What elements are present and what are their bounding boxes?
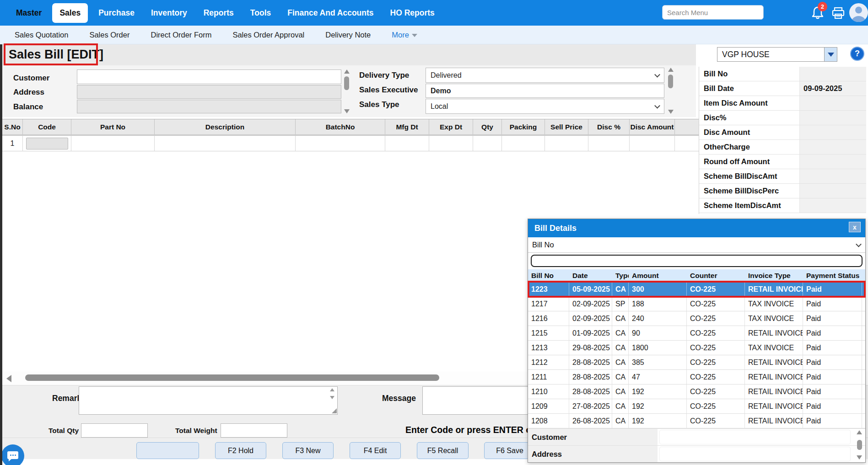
grid-col-disc-amount: Disc Amount <box>630 119 675 134</box>
grid-col-description: Description <box>155 119 296 134</box>
help-button[interactable]: ? <box>850 47 864 61</box>
item-grid-row: 1 <box>2 136 699 151</box>
summary-row-disc: Disc% <box>699 111 866 125</box>
button-f4-edit[interactable]: F4 Edit <box>350 442 401 459</box>
bill-details-popup: Bill Details x Bill No Bill NoDateTypeAm… <box>528 219 866 463</box>
topnav-item-inventory[interactable]: Inventory <box>145 4 193 22</box>
grid-row-cell <box>675 136 699 151</box>
total-qty-input[interactable] <box>81 423 148 438</box>
close-button[interactable]: x <box>849 222 861 232</box>
scroll-thumb[interactable] <box>25 374 439 381</box>
bill-cell: Paid <box>803 414 862 428</box>
topnav-item-purchase[interactable]: Purchase <box>92 4 140 22</box>
bill-cell: 1209 <box>528 399 569 413</box>
popup-filter-select[interactable]: Bill No <box>528 237 865 253</box>
subnav-item-sales-order[interactable]: Sales Order <box>89 31 129 39</box>
bill-row-1212[interactable]: 121228-08-2025CA385CO-225RETAIL INVOICEP… <box>528 355 865 370</box>
topnav-item-sales[interactable]: Sales <box>52 3 88 23</box>
resize-handle-icon[interactable] <box>332 408 337 413</box>
bill-cell: 28-08-2025 <box>569 355 612 369</box>
subnav-items: Sales QuotationSales OrderDirect Order F… <box>15 31 371 39</box>
grid-col-code: Code <box>23 119 71 134</box>
topnav-item-reports[interactable]: Reports <box>198 4 240 22</box>
user-avatar[interactable] <box>849 3 868 22</box>
bill-cell: 01-09-2025 <box>569 326 612 340</box>
popup-address-field[interactable] <box>659 447 851 461</box>
bill-row-1223-selected[interactable]: 122305-09-2025CA300CO-225RETAIL INVOICEP… <box>528 282 865 297</box>
subnav-item-delivery-note[interactable]: Delivery Note <box>325 31 371 39</box>
grid-col-mfg-dt: Mfg Dt <box>385 119 429 134</box>
bill-cell: TAX INVOICE <box>745 297 803 311</box>
remarks-scroll-arrows[interactable] <box>330 388 334 399</box>
button-f2-hold[interactable]: F2 Hold <box>215 442 266 459</box>
popup-filter-value: Bill No <box>532 241 554 249</box>
popup-customer-field[interactable] <box>659 430 851 444</box>
topnav-item-finance-and-accounts[interactable]: Finance And Accounts <box>281 4 379 22</box>
bill-cell: RETAIL INVOICE <box>745 414 803 428</box>
summary-label: Scheme BillDiscAmt <box>699 169 799 183</box>
scroll-up-icon <box>668 68 674 72</box>
total-qty-label: Total Qty <box>49 427 79 435</box>
store-selector-arrow[interactable] <box>824 48 837 61</box>
item-grid: S.NoCodePart NoDescriptionBatchNoMfg DtE… <box>2 119 699 153</box>
bill-row-1210[interactable]: 121028-08-2025CA192CO-225RETAIL INVOICEP… <box>528 385 865 399</box>
scroll-down-icon <box>344 109 350 113</box>
delivery-type-select[interactable]: Delivered <box>426 68 664 83</box>
summary-row-othercharge: OtherCharge <box>699 140 866 155</box>
grid-col-packing: Packing <box>502 119 545 134</box>
subnav-item-sales-order-approval[interactable]: Sales Order Approval <box>232 31 304 39</box>
bill-cell: CA <box>612 282 629 296</box>
popup-header[interactable]: Bill Details x <box>528 219 865 237</box>
bill-row-1209[interactable]: 120927-08-2025CA192CO-225RETAIL INVOICEP… <box>528 399 865 414</box>
customer-field[interactable] <box>77 69 341 84</box>
store-selector[interactable]: VGP HOUSE <box>717 47 837 62</box>
remarks-input[interactable] <box>79 386 338 415</box>
total-weight-input[interactable] <box>221 423 287 438</box>
button-f3-new[interactable]: F3 New <box>282 442 334 459</box>
bill-row-1215[interactable]: 121501-09-2025CA90CO-225RETAIL INVOICEPa… <box>528 326 865 341</box>
bill-cell: 1213 <box>528 341 569 355</box>
subnav-item-direct-order-form[interactable]: Direct Order Form <box>151 31 211 39</box>
topnav-item-ho-reports[interactable]: HO Reports <box>384 4 441 22</box>
bill-row-1211[interactable]: 121128-08-2025CA47CO-225RETAIL INVOICEPa… <box>528 370 865 385</box>
summary-label: Bill No <box>699 67 799 81</box>
popup-scrollbar[interactable] <box>855 430 863 460</box>
bill-cell: 28-08-2025 <box>569 385 612 399</box>
button-f5-recall[interactable]: F5 Recall <box>417 442 469 459</box>
popup-title: Bill Details <box>534 224 577 233</box>
subnav-item-sales-quotation[interactable]: Sales Quotation <box>15 31 68 39</box>
notifications-button[interactable]: 2 <box>811 5 825 21</box>
form-right-scrollbar[interactable] <box>667 68 674 114</box>
sales-bill-screen: MasterSalesPurchaseInventoryReportsTools… <box>0 0 868 465</box>
bill-col-date: Date <box>569 269 612 282</box>
bill-cell: CO-225 <box>687 311 745 326</box>
code-edit-cell[interactable] <box>26 138 68 150</box>
scroll-left-icon[interactable] <box>6 375 11 382</box>
bill-cell: CO-225 <box>687 341 745 355</box>
bill-col-payment-status: Payment Status <box>803 269 862 282</box>
bill-row-1216[interactable]: 121602-09-2025CA240CO-225TAX INVOICEPaid <box>528 311 865 326</box>
search-input[interactable] <box>662 5 764 20</box>
bill-cell: 1215 <box>528 326 569 340</box>
topnav-item-tools[interactable]: Tools <box>244 4 277 22</box>
bill-cell: 27-08-2025 <box>569 399 612 413</box>
sales-type-label: Sales Type <box>359 100 399 109</box>
form-left-scrollbar[interactable] <box>343 69 350 113</box>
bill-row-1217[interactable]: 121702-09-2025SP188CO-225TAX INVOICEPaid <box>528 297 865 311</box>
grid-row-sno: 1 <box>2 136 23 151</box>
message-label: Message <box>382 394 416 403</box>
bill-row-1213[interactable]: 121329-08-2025CA1800CO-225TAX INVOICEPai… <box>528 341 865 355</box>
chevron-down-icon <box>654 71 660 77</box>
popup-search-input[interactable] <box>531 255 863 267</box>
bill-cell: 192 <box>629 385 687 399</box>
chevron-down-icon <box>654 102 660 108</box>
print-button[interactable] <box>831 7 845 20</box>
sales-type-select[interactable]: Local <box>426 99 664 114</box>
topnav-item-master[interactable]: Master <box>10 4 48 22</box>
sales-executive-field[interactable]: Demo <box>426 84 664 98</box>
bill-cell: TAX INVOICE <box>745 311 803 326</box>
button-blank[interactable] <box>136 442 199 459</box>
chat-widget-button[interactable] <box>1 444 24 465</box>
subnav-more[interactable]: More <box>392 31 417 39</box>
bill-row-1208[interactable]: 120826-08-2025CA192CO-225RETAIL INVOICEP… <box>528 414 865 428</box>
